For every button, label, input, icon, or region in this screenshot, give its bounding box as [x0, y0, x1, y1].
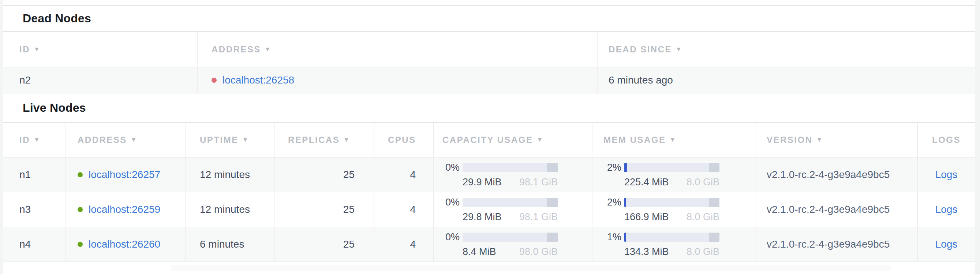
node-address-link[interactable]: localhost:26259 — [89, 204, 160, 215]
live-col-header-logs-label: LOGS — [932, 135, 961, 145]
live-col-header-capacity[interactable]: CAPACITY USAGE ▼ — [433, 123, 592, 157]
node-logs-cell: Logs — [917, 227, 975, 261]
dead-node-row: n2 localhost:26258 6 minutes ago — [3, 67, 975, 93]
node-version: v2.1.0-rc.2-4-g3e9a4e9bc5 — [756, 158, 917, 192]
live-nodes-section: Live Nodes ID ▼ ADDRESS ▼ UPTIME ▼ REPLI… — [3, 93, 975, 262]
node-id: n1 — [3, 158, 65, 192]
capacity-total: 98.0 GiB — [519, 246, 558, 258]
node-cpus: 4 — [374, 227, 433, 261]
live-nodes-header-row: ID ▼ ADDRESS ▼ UPTIME ▼ REPLICAS ▼ CPUS — [3, 123, 975, 158]
capacity-total: 98.1 GiB — [519, 211, 558, 223]
mem-bar-end-block — [709, 163, 719, 172]
node-logs-link[interactable]: Logs — [935, 169, 958, 181]
capacity-percent: 0% — [434, 231, 460, 243]
mem-bar-row: 2% — [592, 162, 719, 173]
mem-bar-track — [624, 198, 719, 207]
live-col-header-uptime-label: UPTIME — [200, 135, 239, 145]
table-row: n4 localhost:26260 6 minutes 25 4 0% 8.4… — [3, 227, 975, 262]
node-version: v2.1.0-rc.2-4-g3e9a4e9bc5 — [756, 192, 917, 227]
node-cpus: 4 — [374, 158, 433, 192]
mem-percent: 2% — [592, 162, 621, 173]
live-col-header-address-label: ADDRESS — [78, 135, 127, 145]
mem-used: 225.4 MiB — [624, 177, 669, 188]
node-version-text: v2.1.0-rc.2-4-g3e9a4e9bc5 — [767, 204, 889, 215]
node-version: v2.1.0-rc.2-4-g3e9a4e9bc5 — [756, 227, 917, 261]
mem-bar-fill — [624, 163, 627, 172]
mem-bar-fill — [624, 198, 626, 207]
live-col-header-version[interactable]: VERSION ▼ — [756, 123, 917, 157]
node-uptime: 12 minutes — [185, 192, 274, 227]
dead-col-header-dead-since[interactable]: DEAD SINCE ▼ — [597, 32, 975, 67]
capacity-bar-track — [463, 233, 558, 242]
node-version-text: v2.1.0-rc.2-4-g3e9a4e9bc5 — [767, 239, 889, 250]
dead-node-address-link[interactable]: localhost:26258 — [223, 74, 294, 86]
node-uptime: 6 minutes — [185, 227, 274, 261]
dead-node-id: n2 — [3, 67, 197, 93]
cluster-overview-page: Dead Nodes ID ▼ ADDRESS ▼ DEAD SINCE ▼ n… — [3, 0, 975, 274]
live-col-header-address[interactable]: ADDRESS ▼ — [65, 123, 185, 157]
capacity-bar-end-block — [547, 163, 558, 172]
capacity-total: 98.1 GiB — [519, 177, 558, 188]
mem-bar-row: 1% — [592, 231, 719, 243]
dead-nodes-title: Dead Nodes — [23, 12, 91, 25]
node-uptime: 12 minutes — [185, 158, 274, 192]
mem-total: 8.0 GiB — [687, 177, 719, 188]
mem-bar-row: 2% — [592, 197, 719, 208]
bottom-partial-element — [171, 265, 891, 271]
node-logs-cell: Logs — [917, 192, 975, 227]
live-col-header-replicas[interactable]: REPLICAS ▼ — [274, 123, 374, 157]
capacity-bar-row: 0% — [434, 231, 558, 243]
mem-bar-end-block — [709, 198, 719, 207]
node-id: n4 — [3, 227, 65, 261]
node-logs-link[interactable]: Logs — [935, 239, 958, 250]
node-cpus: 4 — [374, 192, 433, 227]
node-capacity-usage: 0% 29.9 MiB 98.1 GiB — [433, 158, 592, 192]
live-status-dot-icon — [78, 242, 83, 247]
mem-total: 8.0 GiB — [687, 211, 719, 223]
mem-percent: 1% — [592, 231, 621, 243]
dead-status-dot-icon — [212, 78, 216, 83]
dead-nodes-header-row: ID ▼ ADDRESS ▼ DEAD SINCE ▼ — [3, 32, 975, 67]
capacity-bar-row: 0% — [434, 197, 558, 208]
dead-col-header-address[interactable]: ADDRESS ▼ — [197, 32, 597, 67]
mem-used: 166.9 MiB — [624, 211, 669, 223]
mem-bar-fill — [624, 233, 626, 242]
sort-arrow-icon: ▼ — [130, 136, 138, 143]
sort-arrow-icon: ▼ — [33, 46, 41, 53]
dead-col-header-id[interactable]: ID ▼ — [3, 32, 197, 67]
capacity-bar-row: 0% — [434, 162, 558, 173]
live-col-header-cpus[interactable]: CPUS — [374, 123, 433, 157]
bottom-strip — [3, 262, 975, 271]
sort-arrow-icon: ▼ — [242, 136, 249, 143]
node-address-link[interactable]: localhost:26257 — [89, 169, 160, 181]
live-status-dot-icon — [78, 207, 83, 212]
capacity-bar-track — [463, 163, 558, 172]
capacity-used: 29.9 MiB — [463, 177, 502, 188]
node-logs-link[interactable]: Logs — [935, 204, 958, 215]
mem-bar-track — [624, 163, 719, 172]
node-address-cell: localhost:26259 — [65, 192, 185, 227]
node-mem-usage: 2% 166.9 MiB 8.0 GiB — [592, 192, 756, 227]
dead-col-header-dead-since-label: DEAD SINCE — [609, 44, 672, 54]
live-col-header-uptime[interactable]: UPTIME ▼ — [185, 123, 274, 157]
table-row: n1 localhost:26257 12 minutes 25 4 0% 29… — [3, 158, 975, 192]
live-col-header-mem[interactable]: MEM USAGE ▼ — [592, 123, 756, 157]
node-replicas: 25 — [274, 158, 374, 192]
live-col-header-id-label: ID — [19, 135, 30, 145]
table-row: n3 localhost:26259 12 minutes 25 4 0% 29… — [3, 192, 975, 227]
mem-labels: 225.4 MiB 8.0 GiB — [624, 177, 719, 188]
mem-labels: 166.9 MiB 8.0 GiB — [624, 211, 719, 223]
live-col-header-id[interactable]: ID ▼ — [3, 123, 65, 157]
node-replicas: 25 — [274, 192, 374, 227]
node-address-link[interactable]: localhost:26260 — [89, 239, 160, 250]
sort-arrow-icon: ▼ — [264, 46, 272, 53]
top-spacer — [3, 0, 975, 5]
live-col-header-mem-label: MEM USAGE — [603, 135, 666, 145]
live-col-header-replicas-label: REPLICAS — [288, 135, 340, 145]
dead-nodes-heading: Dead Nodes — [3, 5, 975, 32]
node-logs-cell: Logs — [917, 158, 975, 192]
dead-nodes-table: ID ▼ ADDRESS ▼ DEAD SINCE ▼ n2 localhost… — [3, 32, 975, 93]
node-mem-usage: 2% 225.4 MiB 8.0 GiB — [592, 158, 756, 192]
live-nodes-rows: n1 localhost:26257 12 minutes 25 4 0% 29… — [3, 158, 975, 262]
capacity-used: 29.8 MiB — [463, 211, 502, 223]
